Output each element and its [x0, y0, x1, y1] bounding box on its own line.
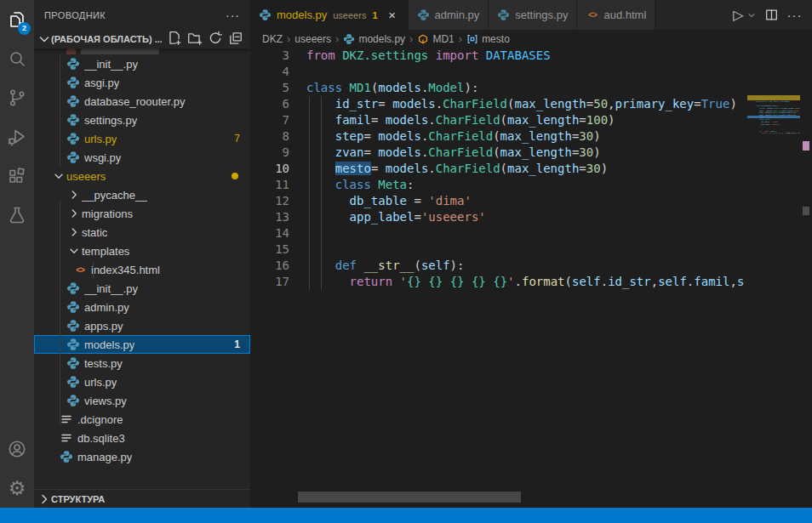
tree-item-label: __pycache__ — [82, 189, 147, 202]
tab-settings.py[interactable]: settings.py — [489, 0, 577, 30]
tree-item-database_roouter.py[interactable]: database_roouter.py — [34, 92, 250, 111]
breadcrumb-separator: › — [287, 32, 290, 45]
tree-item-label: migrations — [82, 207, 133, 220]
code-line-9: zvan= models.CharField(max_length=30) — [306, 145, 749, 161]
line-number-gutter: 34567891011121314151617 — [250, 48, 306, 290]
breadcrumb-label: mesto — [482, 33, 510, 45]
refresh-icon[interactable] — [208, 31, 223, 46]
breadcrumb-item-mesto[interactable]: mesto — [466, 33, 510, 45]
tree-item-wsgi.py[interactable]: wsgi.py — [34, 148, 250, 167]
tree-item-label: templates — [82, 245, 129, 258]
outline-section-header[interactable]: СТРУКТУРА — [34, 489, 250, 508]
breadcrumb-label: DKZ — [262, 33, 283, 45]
outline-section-label: СТРУКТУРА — [51, 494, 105, 504]
breadcrumb-item-useeers[interactable]: useeers — [294, 33, 331, 45]
tree-item-urls.py[interactable]: urls.py7 — [34, 129, 250, 148]
activity-extensions[interactable] — [0, 156, 34, 196]
tree-item-label: apps.py — [84, 320, 123, 333]
tree-item-db.sqlite3[interactable]: db.sqlite3 — [34, 429, 250, 447]
tree-item-label: __init__.py — [84, 58, 138, 71]
line-number: 6 — [250, 96, 289, 112]
tab-models.py[interactable]: models.pyuseeers1× — [250, 0, 409, 30]
breadcrumb-separator: › — [459, 32, 462, 45]
extensions-icon — [7, 166, 27, 186]
run-button[interactable]: ▷ — [731, 8, 756, 22]
more-actions-icon[interactable]: ··· — [226, 9, 240, 22]
code-line-14 — [306, 225, 749, 242]
code-line-17: return '{} {} {} {} {}'.format(self.id_s… — [306, 274, 749, 290]
tab-label: admin.py — [435, 9, 480, 21]
line-number: 8 — [250, 128, 289, 145]
code-line-17: return '{} {} {} {} {}'.format(self.id_s… — [755, 132, 800, 134]
workspace-section-label: (РАБОЧАЯ ОБЛАСТЬ) ... — [51, 34, 162, 44]
clipped-tree-item[interactable] — [34, 48, 250, 54]
code-editor[interactable]: 34567891011121314151617 from DKZ.setting… — [250, 48, 812, 508]
tree-item-__init__.py[interactable]: __init__.py — [34, 54, 250, 73]
breadcrumb-item-MD1[interactable]: MD1 — [417, 33, 454, 45]
tree-item-label: useeers — [66, 170, 106, 183]
workspace-section-header[interactable]: (РАБОЧАЯ ОБЛАСТЬ) ... — [34, 30, 250, 48]
tree-item-label: urls.py — [84, 376, 117, 389]
python-icon — [66, 94, 80, 108]
activity-settings[interactable]: ⚙ — [0, 469, 34, 508]
tree-item-.dcignore[interactable]: .dcignore — [34, 410, 250, 429]
python-icon — [60, 450, 73, 463]
tree-item-models.py[interactable]: models.py1 — [34, 335, 250, 354]
line-number: 17 — [250, 274, 289, 290]
breadcrumb-item-models.py[interactable]: models.py — [343, 33, 405, 45]
minimap[interactable]: from DKZ.settings import DATABASES class… — [747, 95, 800, 508]
new-file-icon[interactable] — [167, 31, 182, 46]
breadcrumb-label: models.py — [358, 33, 405, 45]
activity-search[interactable] — [0, 39, 34, 78]
tree-item-apps.py[interactable]: apps.py — [34, 316, 250, 335]
tree-item-asgi.py[interactable]: asgi.py — [34, 73, 250, 92]
chevron-icon — [53, 170, 65, 182]
new-folder-icon[interactable] — [187, 31, 203, 46]
tab-admin.py[interactable]: admin.py — [409, 0, 489, 30]
code-line-13: app_label='useeers' — [306, 209, 749, 225]
overview-ruler[interactable] — [800, 0, 812, 508]
tree-item-static[interactable]: static — [34, 223, 250, 242]
tree-item-urls.py[interactable]: urls.py — [34, 372, 250, 391]
chevron-right-icon — [37, 492, 51, 506]
tab-label: aud.html — [603, 9, 646, 21]
python-icon — [417, 9, 430, 21]
tree-item-views.py[interactable]: views.py — [34, 391, 250, 410]
activity-account[interactable] — [0, 429, 34, 469]
sidebar-title-row: ПРОВОДНИК ··· — [34, 0, 250, 30]
editor-group: models.pyuseeers1×admin.pysettings.py<>a… — [250, 0, 812, 508]
tab-aud.html[interactable]: <>aud.html — [577, 0, 655, 30]
activity-explorer[interactable]: 2 — [0, 0, 34, 39]
tree-item-migrations[interactable]: migrations — [34, 204, 250, 223]
python-icon — [66, 300, 80, 314]
git-branch-icon — [7, 88, 27, 108]
python-icon — [66, 151, 80, 164]
activity-run-debug[interactable] — [0, 117, 34, 156]
tree-item-index345.html[interactable]: <>index345.html — [34, 260, 250, 279]
tree-item-__init__.py[interactable]: __init__.py — [34, 279, 250, 298]
minimap-warning-band — [747, 95, 800, 100]
problems-dot — [232, 173, 238, 179]
tree-item-label: urls.py — [84, 133, 117, 145]
breadcrumb-item-DKZ[interactable]: DKZ — [262, 33, 283, 45]
python-icon — [343, 33, 355, 45]
split-editor-button[interactable] — [764, 8, 779, 22]
tree-item-useeers[interactable]: useeers — [34, 167, 250, 185]
symbol-field-icon — [466, 33, 478, 45]
tree-item-__pycache__[interactable]: __pycache__ — [34, 185, 250, 204]
tree-item-label: db.sqlite3 — [77, 432, 125, 445]
collapse-all-icon[interactable] — [228, 31, 243, 46]
tree-item-manage.py[interactable]: manage.py — [34, 447, 250, 466]
activity-source-control[interactable] — [0, 78, 34, 117]
tree-item-admin.py[interactable]: admin.py — [34, 298, 250, 316]
breadcrumb-label: useeers — [294, 33, 331, 45]
tree-item-settings.py[interactable]: settings.py — [34, 111, 250, 129]
tree-item-templates[interactable]: templates — [34, 242, 250, 260]
python-icon — [66, 319, 80, 333]
activity-testing[interactable] — [0, 196, 34, 235]
horizontal-scrollbar[interactable] — [298, 492, 521, 503]
html-icon: <> — [73, 263, 87, 276]
python-icon — [66, 394, 80, 407]
close-icon[interactable]: × — [386, 9, 399, 22]
tree-item-tests.py[interactable]: tests.py — [34, 354, 250, 372]
